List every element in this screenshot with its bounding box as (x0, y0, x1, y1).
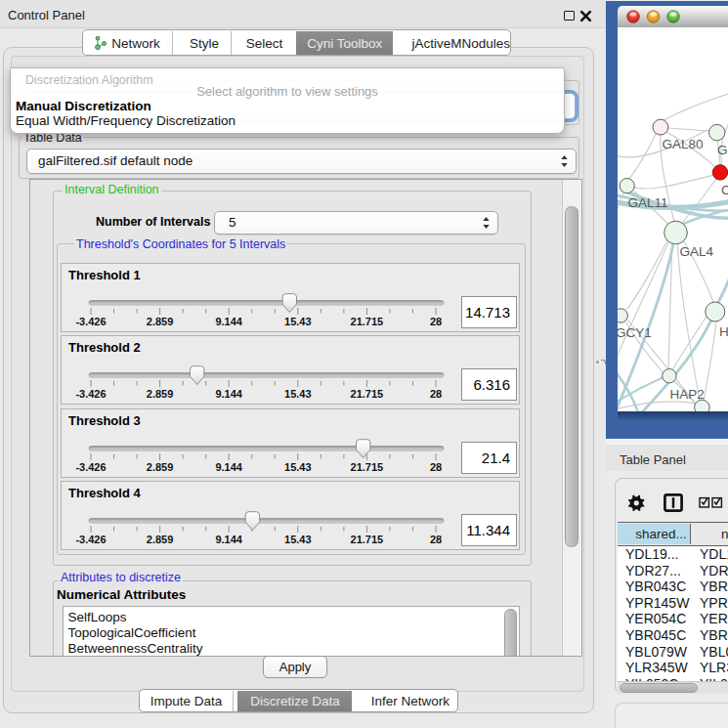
svg-text:15.43: 15.43 (284, 533, 312, 544)
svg-text:GAL80: GAL80 (662, 137, 703, 151)
svg-text:21.715: 21.715 (351, 533, 384, 544)
svg-text:HAP2: HAP2 (669, 387, 704, 402)
svg-text:21.715: 21.715 (351, 460, 384, 472)
svg-text:28: 28 (430, 388, 442, 400)
svg-text:-3.426: -3.426 (75, 533, 106, 544)
svg-text:-3.426: -3.426 (75, 316, 106, 327)
svg-text:GAL4: GAL4 (679, 244, 713, 259)
svg-text:28: 28 (430, 533, 442, 544)
svg-text:9.144: 9.144 (215, 388, 242, 400)
svg-text:9.144: 9.144 (215, 460, 242, 472)
svg-text:9.144: 9.144 (215, 316, 242, 327)
svg-text:15.43: 15.43 (284, 316, 312, 327)
svg-text:-3.426: -3.426 (75, 460, 106, 472)
svg-text:9.144: 9.144 (215, 533, 242, 544)
svg-text:15.43: 15.43 (284, 460, 312, 472)
svg-text:2.859: 2.859 (147, 388, 174, 400)
svg-text:28: 28 (430, 460, 442, 472)
svg-text:2.859: 2.859 (147, 460, 174, 472)
svg-text:H: H (719, 324, 728, 339)
svg-text:2.859: 2.859 (147, 533, 174, 544)
svg-text:21.715: 21.715 (351, 316, 384, 327)
svg-text:C: C (721, 183, 728, 197)
svg-text:21.715: 21.715 (351, 388, 384, 400)
svg-text:-3.426: -3.426 (75, 388, 106, 400)
svg-text:GAL11: GAL11 (627, 195, 667, 210)
svg-text:GCY1: GCY1 (618, 325, 652, 340)
svg-text:28: 28 (430, 316, 442, 327)
svg-text:G.: G. (717, 143, 728, 157)
svg-text:2.859: 2.859 (147, 316, 174, 327)
svg-text:15.43: 15.43 (284, 388, 312, 400)
